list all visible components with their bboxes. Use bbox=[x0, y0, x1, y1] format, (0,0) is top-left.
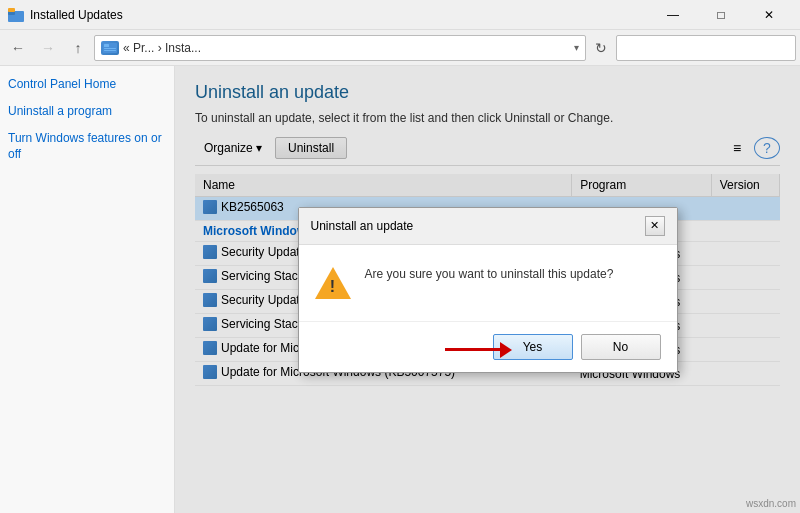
address-icon bbox=[101, 41, 119, 55]
dialog-message: Are you sure you want to uninstall this … bbox=[365, 265, 661, 283]
svg-rect-5 bbox=[104, 48, 116, 49]
maximize-button[interactable]: □ bbox=[698, 0, 744, 30]
warning-icon: ! bbox=[315, 265, 351, 301]
dialog-titlebar: Uninstall an update ✕ bbox=[299, 208, 677, 245]
dialog-overlay: Uninstall an update ✕ ! Are you sure you… bbox=[175, 66, 800, 513]
svg-rect-2 bbox=[8, 8, 15, 12]
sidebar-link-control-panel[interactable]: Control Panel Home bbox=[8, 76, 166, 93]
titlebar-title: Installed Updates bbox=[30, 8, 650, 22]
address-chevron: ▾ bbox=[574, 42, 579, 53]
warning-exclamation: ! bbox=[330, 279, 335, 295]
titlebar-controls: — □ ✕ bbox=[650, 0, 792, 30]
address-bar: « Pr... › Insta... ▾ bbox=[94, 35, 586, 61]
up-button[interactable]: ↑ bbox=[64, 34, 92, 62]
titlebar-icon bbox=[8, 7, 24, 23]
sidebar-link-windows-features[interactable]: Turn Windows features on or off bbox=[8, 130, 166, 164]
main-layout: Control Panel Home Uninstall a program T… bbox=[0, 66, 800, 513]
arrow-line bbox=[445, 348, 500, 351]
content-area: Uninstall an update To uninstall an upda… bbox=[175, 66, 800, 513]
address-text: « Pr... › Insta... bbox=[123, 41, 570, 55]
titlebar: Installed Updates — □ ✕ bbox=[0, 0, 800, 30]
close-button[interactable]: ✕ bbox=[746, 0, 792, 30]
arrow-indicator bbox=[445, 342, 512, 358]
dialog-title: Uninstall an update bbox=[311, 219, 414, 233]
refresh-button[interactable]: ↻ bbox=[588, 35, 614, 61]
dialog-buttons: Yes No bbox=[299, 321, 677, 372]
svg-rect-6 bbox=[104, 50, 116, 51]
back-button[interactable]: ← bbox=[4, 34, 32, 62]
no-button[interactable]: No bbox=[581, 334, 661, 360]
sidebar-link-uninstall-program[interactable]: Uninstall a program bbox=[8, 103, 166, 120]
navbar: ← → ↑ « Pr... › Insta... ▾ ↻ bbox=[0, 30, 800, 66]
sidebar: Control Panel Home Uninstall a program T… bbox=[0, 66, 175, 513]
dialog: Uninstall an update ✕ ! Are you sure you… bbox=[298, 207, 678, 373]
arrow-head bbox=[500, 342, 512, 358]
dialog-close-button[interactable]: ✕ bbox=[645, 216, 665, 236]
dialog-content: ! Are you sure you want to uninstall thi… bbox=[299, 245, 677, 321]
minimize-button[interactable]: — bbox=[650, 0, 696, 30]
forward-button[interactable]: → bbox=[34, 34, 62, 62]
svg-rect-4 bbox=[104, 44, 109, 47]
search-input[interactable] bbox=[616, 35, 796, 61]
